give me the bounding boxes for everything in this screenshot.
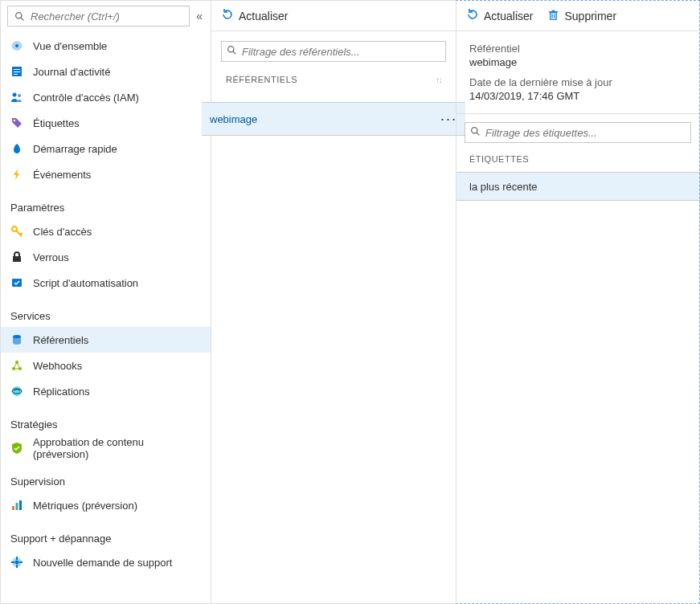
sidebar-item-label: Approbation de contenu (préversion) xyxy=(33,436,201,460)
refresh-button[interactable]: Actualiser xyxy=(221,8,288,23)
sidebar-item-label: Vue d'ensemble xyxy=(33,40,107,52)
svg-line-1 xyxy=(21,18,23,20)
sidebar-section-header: Paramètres xyxy=(1,187,211,218)
sidebar-item--tiquettes[interactable]: Étiquettes xyxy=(1,110,211,136)
sidebar-item-r-f-rentiels[interactable]: Référentiels xyxy=(1,327,211,353)
search-icon xyxy=(470,126,481,139)
sidebar-item--v-nements[interactable]: Événements xyxy=(1,161,211,187)
sidebar-item-label: Verrous xyxy=(33,251,69,263)
svg-point-17 xyxy=(12,386,22,396)
updated-label: Date de la dernière mise à jour xyxy=(469,76,686,88)
repositories-toolbar: Actualiser xyxy=(211,1,456,31)
tags-icon xyxy=(10,116,23,129)
sidebar-section-header: Supervision xyxy=(1,461,211,492)
sidebar-section-header: Support + dépannage xyxy=(1,518,211,549)
refresh-label: Actualiser xyxy=(239,10,288,22)
svg-rect-19 xyxy=(12,506,14,510)
tag-row[interactable]: la plus récente xyxy=(456,172,699,201)
sidebar-item-cl-s-d-acc-s[interactable]: Clés d'accès xyxy=(1,218,211,244)
svg-rect-30 xyxy=(551,12,557,18)
repository-row[interactable]: webimage ··· xyxy=(202,102,465,136)
sidebar-item-contr-le-d-acc-s-iam-[interactable]: Contrôle d'accès (IAM) xyxy=(1,84,211,110)
sidebar-search-row: « xyxy=(1,6,211,33)
sort-icon: ↑↓ xyxy=(436,75,441,84)
svg-point-7 xyxy=(13,93,17,97)
repositories-filter-box[interactable] xyxy=(221,41,446,62)
overview-icon xyxy=(10,39,23,52)
svg-rect-21 xyxy=(19,500,22,510)
svg-point-35 xyxy=(472,128,477,133)
sidebar-item-webhooks[interactable]: Webhooks xyxy=(1,353,211,378)
svg-rect-11 xyxy=(13,256,21,262)
refresh-icon xyxy=(466,8,479,23)
sidebar-item-label: Métriques (préversion) xyxy=(33,500,137,512)
sidebar-item-r-plications[interactable]: Réplications xyxy=(1,378,211,404)
svg-point-23 xyxy=(15,561,19,565)
svg-point-9 xyxy=(14,120,15,121)
repository-meta: Référentiel webimage Date de la dernière… xyxy=(456,31,699,114)
repositories-filter-input[interactable] xyxy=(242,46,440,58)
quickstart-icon xyxy=(10,142,23,155)
sidebar-search-box[interactable] xyxy=(7,6,190,27)
tags-column-header: ÉTIQUETTES xyxy=(456,143,699,172)
refresh-label: Actualiser xyxy=(484,10,533,22)
delete-icon xyxy=(547,9,559,23)
refresh-button[interactable]: Actualiser xyxy=(466,8,533,23)
svg-rect-26 xyxy=(11,561,14,563)
tags-filter-box[interactable] xyxy=(465,122,691,143)
sidebar-item-nouvelle-demande-de-support[interactable]: Nouvelle demande de support xyxy=(1,549,211,575)
sidebar-item-label: Nouvelle demande de support xyxy=(33,557,172,569)
sidebar-search-input[interactable] xyxy=(31,10,184,22)
repositories-icon xyxy=(10,333,23,346)
sidebar-item-label: Référentiels xyxy=(33,334,88,346)
detail-toolbar: Actualiser Supprimer xyxy=(456,1,699,31)
repo-label: Référentiel xyxy=(469,43,686,55)
sidebar-item-approbation-de-contenu-pr-version-[interactable]: Approbation de contenu (préversion) xyxy=(1,435,211,461)
updated-value: 14/03/2019, 17:46 GMT xyxy=(469,90,686,102)
svg-point-0 xyxy=(15,12,21,18)
refresh-icon xyxy=(221,8,234,23)
svg-line-36 xyxy=(477,133,479,135)
svg-rect-25 xyxy=(16,565,18,568)
sidebar-item-verrous[interactable]: Verrous xyxy=(1,244,211,270)
events-icon xyxy=(10,168,23,181)
sidebar-item-m-triques-pr-version-[interactable]: Métriques (préversion) xyxy=(1,492,211,518)
sidebar-item-journal-d-activit-[interactable]: Journal d'activité xyxy=(1,59,211,84)
sidebar-item-label: Réplications xyxy=(33,386,90,398)
sidebar-item-label: Clés d'accès xyxy=(33,226,92,238)
sidebar-item-script-d-automatisation[interactable]: Script d'automatisation xyxy=(1,270,211,296)
sidebar-item-label: Événements xyxy=(33,169,91,181)
locks-icon xyxy=(10,251,23,263)
sidebar-section-header: Stratégies xyxy=(1,404,211,435)
metrics-icon xyxy=(10,499,23,512)
sidebar-item-label: Démarrage rapide xyxy=(33,143,117,155)
svg-point-28 xyxy=(228,47,234,52)
repositories-column-header[interactable]: RÉFÉRENTIELS ↑↓ xyxy=(221,62,446,92)
sidebar-nav: « Vue d'ensembleJournal d'activitéContrô… xyxy=(0,0,211,604)
repo-value: webimage xyxy=(469,56,686,68)
webhooks-icon xyxy=(10,359,23,372)
sidebar-item-vue-d-ensemble[interactable]: Vue d'ensemble xyxy=(1,33,211,59)
svg-line-29 xyxy=(233,51,235,54)
iam-icon xyxy=(10,91,23,104)
keys-icon xyxy=(10,225,23,238)
sidebar-item-label: Webhooks xyxy=(33,360,82,372)
svg-rect-24 xyxy=(16,557,18,560)
activity-log-icon xyxy=(10,65,23,78)
tags-filter-input[interactable] xyxy=(485,127,686,139)
sidebar-item-label: Script d'automatisation xyxy=(33,277,138,289)
search-icon xyxy=(227,45,237,58)
repository-name: webimage xyxy=(210,113,257,125)
support-icon xyxy=(10,556,23,569)
sidebar-item-d-marrage-rapide[interactable]: Démarrage rapide xyxy=(1,136,211,161)
repository-row-menu-button[interactable]: ··· xyxy=(440,111,457,128)
delete-button[interactable]: Supprimer xyxy=(547,9,616,23)
svg-point-8 xyxy=(18,94,21,97)
sidebar-section-header: Services xyxy=(1,296,211,327)
tag-value: la plus récente xyxy=(469,181,538,193)
svg-rect-4 xyxy=(14,69,20,70)
svg-rect-27 xyxy=(19,561,23,563)
sidebar-collapse-button[interactable]: « xyxy=(194,8,204,24)
sidebar-item-label: Journal d'activité xyxy=(33,66,110,78)
repository-detail-panel: Actualiser Supprimer Référentiel webimag… xyxy=(456,0,700,604)
